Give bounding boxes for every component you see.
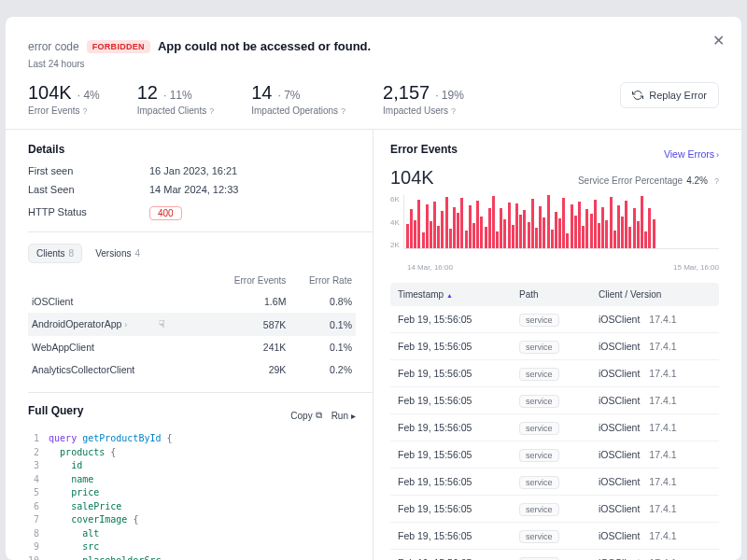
stats-row: 104K· 4% Error Events? 12· 11% Impacted … [28,82,719,116]
details-title: Details [28,143,356,156]
error-code-label: error code [28,40,79,53]
path-chip: service [519,530,559,543]
event-row[interactable]: Feb 19, 15:56:05serviceiOSClient17.4.1 [390,550,719,560]
path-chip: service [519,368,559,381]
events-table-header: Timestamp▲ Path Client / Version [390,283,719,306]
stat-impacted-operations: 14· 7% Impacted Operations? [251,82,345,116]
stat-error-events: 104K· 4% Error Events? [28,82,100,116]
tab-clients[interactable]: Clients8 [28,244,82,263]
clients-table: Error Events Error Rate iOSClient1.6M0.8… [28,271,356,381]
info-icon[interactable]: ? [714,176,719,186]
event-row[interactable]: Feb 19, 15:56:05serviceiOSClient17.4.1 [390,496,719,523]
copy-button[interactable]: Copy⧉ [290,410,321,421]
client-row[interactable]: WebAppClient241K0.1% [28,336,356,358]
error-events-title: Error Events [390,143,664,156]
sort-asc-icon: ▲ [446,292,453,299]
replay-error-button[interactable]: Replay Error [620,82,719,108]
chevron-right-icon: › [716,150,719,160]
full-query-title: Full Query [28,404,281,417]
info-icon[interactable]: ? [83,106,88,116]
error-message: App could not be accessed or found. [158,39,371,53]
path-chip: service [519,395,559,408]
event-row[interactable]: Feb 19, 15:56:05serviceiOSClient17.4.1 [390,414,719,441]
http-status-badge: 400 [149,206,182,220]
last-seen-value: 14 Mar 2024, 12:33 [149,184,238,195]
event-row[interactable]: Feb 19, 15:56:05serviceiOSClient17.4.1 [390,441,719,469]
time-range: Last 24 hours [28,59,719,69]
path-chip: service [519,503,559,516]
info-icon[interactable]: ? [341,106,345,116]
col-path[interactable]: Path [519,289,599,300]
info-icon[interactable]: ? [209,106,214,116]
event-row[interactable]: Feb 19, 15:56:05serviceiOSClient17.4.1 [390,469,719,496]
event-row[interactable]: Feb 19, 15:56:05serviceiOSClient17.4.1 [390,387,719,414]
path-chip: service [519,314,559,327]
client-row[interactable]: AndroidOperatorApp›☟587K0.1% [28,313,356,336]
client-row[interactable]: iOSClient1.6M0.8% [28,290,356,313]
tab-versions[interactable]: Versions4 [88,244,148,263]
event-row[interactable]: Feb 19, 15:56:05serviceiOSClient17.4.1 [390,333,719,360]
view-errors-link[interactable]: View Errors› [664,148,719,160]
col-timestamp[interactable]: Timestamp▲ [398,289,519,300]
col-client-version[interactable]: Client / Version [599,289,712,300]
error-events-chart: 6K4K2K [390,195,719,260]
copy-icon: ⧉ [316,410,322,421]
first-seen-value: 16 Jan 2023, 16:21 [149,165,237,176]
error-panel: ✕ error code FORBIDDEN App could not be … [6,17,741,560]
query-code: 12345678910111213 query getProductById {… [28,432,356,560]
path-chip: service [519,476,559,489]
event-row[interactable]: Feb 19, 15:56:05serviceiOSClient17.4.1 [390,360,719,387]
info-icon[interactable]: ? [451,106,456,116]
service-error-pct: 4.2% [686,175,708,186]
client-row[interactable]: AnalyticsCollectorClient29K0.2% [28,358,356,381]
forbidden-badge: FORBIDDEN [87,40,150,53]
stat-impacted-users: 2,157· 19% Impacted Users? [383,82,464,116]
path-chip: service [519,422,559,435]
run-button[interactable]: Run▸ [331,411,356,421]
close-icon[interactable]: ✕ [712,32,725,49]
replay-icon [632,90,643,101]
path-chip: service [519,341,559,354]
stat-impacted-clients: 12· 11% Impacted Clients? [137,82,215,116]
cursor-icon: ☟ [159,318,165,329]
event-row[interactable]: Feb 19, 15:56:05serviceiOSClient17.4.1 [390,523,719,550]
event-row[interactable]: Feb 19, 15:56:05serviceiOSClient17.4.1 [390,306,719,333]
play-icon: ▸ [351,411,356,421]
chevron-right-icon: › [124,320,127,329]
path-chip: service [519,449,559,462]
